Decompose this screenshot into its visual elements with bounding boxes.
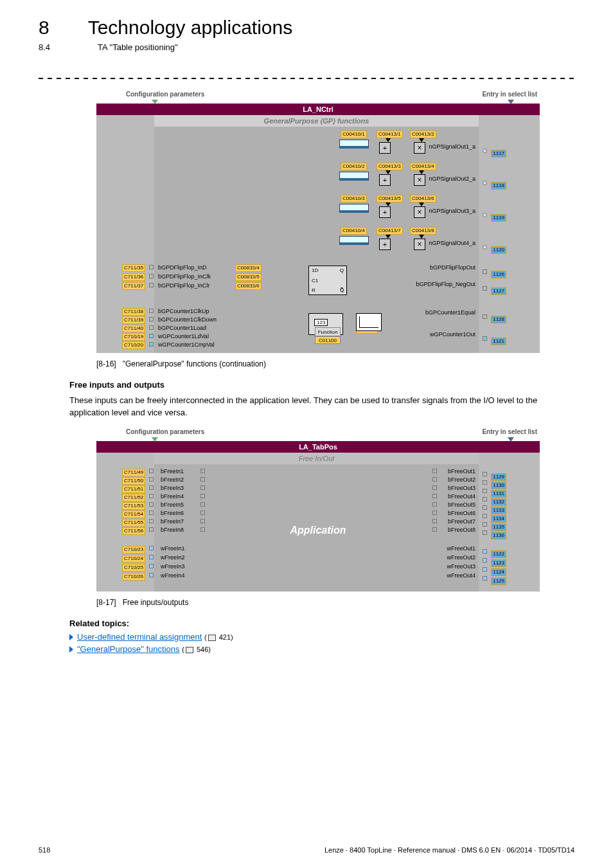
port-code: C710/19 <box>122 333 145 341</box>
pin-dot-icon <box>483 549 487 554</box>
port-code: C710/24 <box>122 555 145 563</box>
code-label: C00413/3 <box>377 163 403 170</box>
signal-name: wFreeOut2 <box>447 554 475 561</box>
related-list: User-defined terminal assignment ( 421) … <box>69 632 613 654</box>
pin-dot-icon <box>432 485 437 490</box>
code-label: C00413/5 <box>377 195 403 203</box>
signal-name: wFreeIn1 <box>161 545 185 552</box>
pin-label: 1132 <box>491 498 506 506</box>
subsection-title: TA "Table positioning" <box>98 42 178 52</box>
signal-name: bFreeOut7 <box>448 518 475 525</box>
diagram-subtitle: GeneralPurpose (GP) functions <box>154 115 479 127</box>
triangle-icon <box>69 634 73 640</box>
section-body: These inputs can be freely interconnecte… <box>69 395 542 419</box>
book-icon <box>208 635 216 641</box>
pin-dot-icon <box>200 485 205 490</box>
pin-label: 1125 <box>491 577 506 585</box>
page-ref: ( 546) <box>182 646 211 653</box>
signal-name: wGPCounter1Out <box>430 331 475 338</box>
signal-name: wGPCounter1LdVal <box>158 333 209 339</box>
pin-dot-icon <box>483 576 487 581</box>
signal-input-icon <box>339 204 369 213</box>
port-code: C710/23 <box>122 546 145 554</box>
signal-name: bGPCounter1ClkUp <box>158 308 209 314</box>
pin-dot-icon <box>149 317 154 321</box>
arrow-down-icon <box>152 437 158 442</box>
pin-dot-icon <box>432 469 437 473</box>
pin-label: 1121 <box>491 338 506 345</box>
pin-label: 1124 <box>491 568 506 576</box>
signal-name: bFreeIn2 <box>161 476 184 483</box>
page-ref: ( 421) <box>204 633 233 641</box>
pin-dot-icon <box>149 477 154 482</box>
signal-name: bFreeIn4 <box>161 493 184 500</box>
pin-dot-icon <box>432 527 437 532</box>
signal-name: bGPCounter1ClkDown <box>158 316 217 323</box>
application-label: Application <box>206 477 431 584</box>
signal-name: bFreeIn3 <box>161 485 184 491</box>
pin-dot-icon <box>149 555 154 559</box>
pin-dot-icon <box>149 573 154 577</box>
port-code: C711/52 <box>122 494 145 502</box>
signal-name: bGPDFlipFlop_InD <box>158 264 207 271</box>
code-label: C00413/8 <box>410 227 436 235</box>
pin-dot-icon <box>200 502 205 507</box>
signal-name: bFreeOut4 <box>448 493 475 500</box>
diagram-header: LA_TabPos <box>96 441 540 453</box>
pin-label: 1119 <box>491 214 506 222</box>
signal-name: bGPDFlipFlop_InClr <box>158 282 210 289</box>
pin-label: 1117 <box>491 150 506 158</box>
multiply-icon: × <box>414 239 425 250</box>
signal-name: bGPDFlipFlop_NegOut <box>416 281 475 287</box>
pin-dot-icon <box>483 514 487 518</box>
entry-select-label: Entry in select list <box>482 91 537 98</box>
code-label: C00833/5 <box>235 273 262 281</box>
signal-name: bFreeIn1 <box>161 468 184 475</box>
code-label: C00413/1 <box>377 131 403 138</box>
pin-label: 1134 <box>491 515 506 523</box>
port-code: C711/38 <box>122 308 145 316</box>
port-code: C711/36 <box>122 273 145 281</box>
code-label: C00413/4 <box>410 163 436 170</box>
subsection-number: 8.4 <box>39 42 64 52</box>
port-code: C711/53 <box>122 502 145 510</box>
code-label: C00413/6 <box>410 195 436 203</box>
pin-dot-icon <box>149 511 154 515</box>
pin-dot-icon <box>149 485 154 490</box>
pin-dot-icon <box>483 522 487 527</box>
signal-name: bGPCounter1Equal <box>425 309 475 316</box>
related-link[interactable]: "GeneralPurpose" functions <box>77 644 180 654</box>
signal-name: nGPSignalOut4_a <box>429 240 475 246</box>
signal-name: bFreeIn5 <box>161 502 184 508</box>
footer-doc-id: Lenze · 8400 TopLine · Reference manual … <box>324 846 574 854</box>
related-link[interactable]: User-defined terminal assignment <box>77 632 202 642</box>
signal-name: wFreeIn4 <box>161 572 185 579</box>
port-code: C711/54 <box>122 511 145 518</box>
pin-dot-icon <box>483 336 487 341</box>
pin-dot-icon <box>149 274 154 278</box>
pin-dot-icon <box>483 181 487 185</box>
pin-dot-icon <box>149 334 154 338</box>
port-code: C711/40 <box>122 325 145 332</box>
adder-icon: + <box>379 174 391 186</box>
chapter-number: 8 <box>39 17 49 39</box>
signal-input-icon <box>339 172 369 181</box>
port-code: C711/50 <box>122 477 145 485</box>
signal-name: bFreeOut3 <box>448 485 475 491</box>
code-label: C00833/6 <box>235 282 262 290</box>
port-code: C711/51 <box>122 485 145 493</box>
signal-name: bFreeIn6 <box>161 510 184 516</box>
code-label: C00413/2 <box>410 131 436 138</box>
signal-name: bFreeOut5 <box>448 502 475 508</box>
code-label: C00410/3 <box>341 195 367 203</box>
pin-dot-icon <box>149 325 154 330</box>
pin-dot-icon <box>149 546 154 550</box>
signal-name: wFreeOut1 <box>447 545 475 552</box>
multiply-icon: × <box>414 206 425 218</box>
pin-dot-icon <box>483 497 487 502</box>
pin-dot-icon <box>483 558 487 563</box>
function-box: Function <box>315 327 341 336</box>
cfg-param-label: Configuration parameters <box>126 91 204 98</box>
multiply-icon: × <box>414 174 425 186</box>
signal-name: wFreeOut4 <box>447 572 475 579</box>
